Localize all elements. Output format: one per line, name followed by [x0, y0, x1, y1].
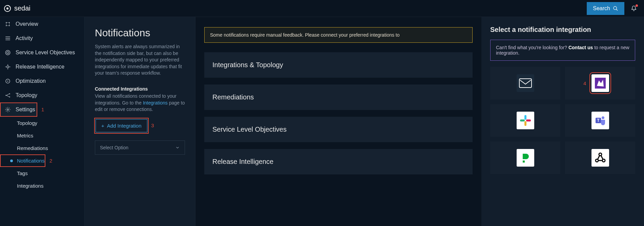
search-icon: [613, 6, 618, 11]
svg-point-19: [7, 109, 9, 111]
connected-description: View all notifications connected to your…: [95, 93, 185, 113]
webhook-icon: [591, 149, 609, 167]
sidebar-sub-topology[interactable]: Topology: [0, 117, 84, 129]
plus-icon: +: [101, 123, 104, 129]
add-integration-button[interactable]: + Add Integration: [96, 119, 147, 132]
pagerduty-icon: [517, 149, 534, 167]
svg-text:T: T: [597, 118, 600, 123]
search-button[interactable]: Search: [587, 2, 624, 15]
sidebar-sub-tags[interactable]: Tags: [0, 167, 84, 180]
svg-point-11: [5, 50, 10, 55]
sidebar-item-overview[interactable]: Overview: [0, 17, 84, 31]
notifications-bell[interactable]: [627, 2, 641, 15]
sidebar-item-label: Topology: [16, 92, 37, 98]
integration-tile-pagerduty[interactable]: [490, 142, 560, 174]
svg-rect-20: [519, 79, 532, 88]
panel-title: Select a notification integration: [490, 26, 635, 34]
search-label: Search: [593, 5, 610, 12]
contact-us-link[interactable]: Contact us: [568, 45, 593, 50]
add-integration-highlight: + Add Integration: [95, 118, 148, 133]
email-icon: [517, 74, 534, 92]
sidebar-item-label: Overview: [16, 21, 38, 27]
svg-rect-22: [524, 115, 526, 120]
sidebar-item-settings[interactable]: Settings: [0, 102, 37, 117]
sidebar-sub-label: Metrics: [17, 133, 33, 138]
sidebar-item-label: Release Intelligence: [16, 64, 64, 70]
svg-point-1: [6, 7, 8, 10]
integration-tile-teams[interactable]: T: [565, 104, 635, 137]
connected-title: Connected Integrations: [95, 86, 185, 92]
sidebar-sub-label: Topology: [17, 120, 37, 126]
category-integrations-topology[interactable]: Integrations & Topology: [204, 52, 473, 78]
sidebar-item-label: Optimization: [16, 78, 46, 84]
sidebar-item-slo[interactable]: Service Level Objectives: [0, 45, 84, 60]
integration-tile-datadog[interactable]: 4: [565, 67, 635, 99]
sidebar-sub-label: Integrations: [17, 183, 43, 189]
step-marker: 4: [583, 80, 586, 86]
gear-icon: [5, 107, 11, 113]
sidebar-sub-metrics[interactable]: Metrics: [0, 129, 84, 142]
chevron-down-icon: [175, 145, 180, 150]
brand-name: sedai: [14, 4, 30, 12]
topology-icon: [5, 92, 11, 98]
brand[interactable]: sedai: [3, 4, 30, 13]
category-remediations[interactable]: Remediations: [204, 84, 473, 110]
datadog-icon: [591, 74, 609, 92]
integration-tile-webhook[interactable]: [565, 142, 635, 174]
sidebar-item-optimization[interactable]: Optimization: [0, 74, 84, 88]
sidebar-item-release[interactable]: Release Intelligence: [0, 60, 84, 74]
svg-point-13: [7, 66, 9, 68]
select-placeholder: Select Option: [100, 145, 128, 150]
topbar: sedai Search: [0, 0, 644, 17]
svg-rect-24: [524, 121, 526, 126]
optimize-icon: [5, 78, 11, 84]
overview-icon: [5, 21, 11, 27]
select-option-dropdown[interactable]: Select Option: [95, 140, 185, 155]
sidebar-sub-label: Notifications: [17, 158, 45, 164]
page-title: Notifications: [95, 27, 185, 39]
sidebar-item-topology[interactable]: Topology: [0, 88, 84, 102]
svg-point-12: [7, 52, 9, 54]
sidebar-sub-label: Tags: [17, 170, 28, 176]
activity-icon: [5, 35, 11, 41]
add-integration-label: Add Integration: [107, 123, 142, 129]
slack-icon: [517, 112, 534, 129]
svg-rect-25: [526, 119, 531, 121]
notifications-panel: Notifications System alerts are always s…: [85, 17, 195, 226]
category-slo[interactable]: Service Level Objectives: [204, 117, 473, 142]
svg-rect-23: [520, 119, 525, 121]
release-icon: [5, 64, 11, 70]
warning-banner: Some notifications require manual feedba…: [204, 27, 473, 43]
teams-icon: T: [591, 112, 609, 129]
sidebar: Overview Activity Service Level Objectiv…: [0, 17, 85, 226]
sidebar-item-label: Service Level Objectives: [16, 50, 75, 56]
categories-panel: Some notifications require manual feedba…: [195, 17, 481, 226]
svg-point-17: [9, 93, 10, 94]
target-icon: [5, 50, 11, 56]
sidebar-sub-integrations[interactable]: Integrations: [0, 180, 84, 192]
step-marker: 3: [151, 123, 154, 128]
svg-point-16: [5, 95, 6, 96]
step-marker: 2: [49, 158, 52, 164]
step-marker: 1: [41, 107, 44, 112]
svg-point-15: [7, 81, 8, 82]
sidebar-sub-notifications[interactable]: Notifications: [0, 154, 45, 167]
brand-logo-icon: [3, 4, 12, 13]
sidebar-item-label: Activity: [16, 35, 33, 41]
bell-badge: [636, 4, 638, 7]
svg-point-28: [602, 116, 604, 119]
category-release-intelligence[interactable]: Release Intelligence: [204, 149, 473, 174]
sidebar-sub-remediations[interactable]: Remediations: [0, 142, 84, 154]
page-description: System alerts are always summarized in t…: [95, 43, 185, 77]
contact-banner: Can't find what you're looking for? Cont…: [490, 40, 635, 61]
integration-picker-panel: Select a notification integration Can't …: [481, 17, 644, 226]
sidebar-item-activity[interactable]: Activity: [0, 31, 84, 45]
integration-tile-email[interactable]: [490, 67, 560, 99]
svg-line-3: [616, 9, 618, 11]
sidebar-sub-label: Remediations: [17, 145, 48, 151]
integrations-link[interactable]: Integrations: [143, 100, 168, 106]
svg-point-18: [9, 96, 10, 97]
svg-point-2: [614, 6, 617, 10]
integration-tile-slack[interactable]: [490, 104, 560, 137]
sidebar-item-label: Settings: [16, 107, 35, 113]
